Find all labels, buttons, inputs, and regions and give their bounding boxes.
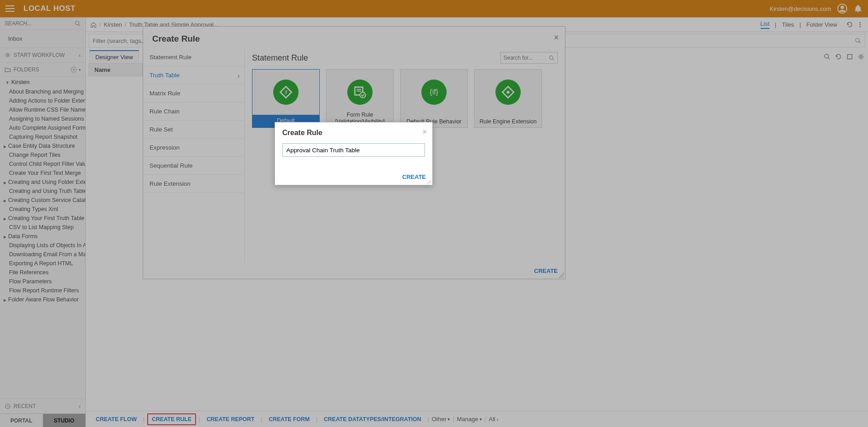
create-datatypes-button[interactable]: CREATE DATATYPES/INTEGRATION bbox=[320, 414, 425, 424]
if-diamond-icon: if bbox=[273, 80, 299, 105]
resize-handle[interactable] bbox=[559, 272, 564, 278]
rule-search[interactable] bbox=[500, 52, 558, 64]
user-icon[interactable] bbox=[837, 4, 847, 14]
search-icon[interactable] bbox=[824, 53, 831, 60]
rule-category-item[interactable]: Rule Set bbox=[143, 121, 244, 139]
tree-item[interactable]: Adding Actions to Folder Extens bbox=[9, 96, 85, 105]
rule-category-item[interactable]: Truth Table bbox=[143, 66, 244, 84]
rule-category-item[interactable]: Rule Chain bbox=[143, 103, 244, 121]
tree-item[interactable]: Capturing Report Snapshot bbox=[9, 132, 85, 141]
rule-tile-grid: ifDefaultForm Rule [Validation/Visibilit… bbox=[252, 69, 558, 128]
user-label[interactable]: Kirsten@decisions.com bbox=[770, 5, 831, 12]
view-tiles[interactable]: Tiles bbox=[782, 21, 794, 28]
rule-category-item[interactable]: Sequential Rule bbox=[143, 157, 244, 175]
svg-point-11 bbox=[859, 26, 861, 28]
tree-item[interactable]: Creating Custom Service Catalo bbox=[4, 196, 85, 205]
panel-title: Create Rule × bbox=[143, 27, 565, 48]
tree-item[interactable]: Displaying Lists of Objects In A I bbox=[9, 241, 85, 250]
svg-point-2 bbox=[75, 21, 79, 25]
tree-item[interactable]: CSV to List Mapping Step bbox=[9, 223, 85, 232]
tree-item[interactable]: Data Forms bbox=[4, 232, 85, 241]
add-folder-icon[interactable] bbox=[70, 66, 77, 73]
tree-item[interactable]: Creating Types Xml bbox=[9, 205, 85, 214]
sidebar-inbox[interactable]: Inbox bbox=[0, 30, 85, 48]
rule-tile[interactable]: Form Rule [Validation/Visibility] bbox=[326, 69, 394, 128]
svg-point-26 bbox=[507, 91, 509, 94]
manage-dropdown[interactable]: Manage ▾ bbox=[457, 416, 482, 422]
tree-item[interactable]: Folder Aware Flow Behavior bbox=[4, 295, 85, 304]
rule-category-item[interactable]: Statement Rule bbox=[143, 48, 244, 66]
tree-item[interactable]: Create Your First Text Merge bbox=[9, 169, 85, 178]
tree-item[interactable]: File References bbox=[9, 268, 85, 277]
rule-search-input[interactable] bbox=[504, 55, 549, 61]
view-list[interactable]: List bbox=[761, 20, 770, 29]
tree-item[interactable]: Creating and Using Truth Tables bbox=[9, 187, 85, 196]
folders-label: FOLDERS bbox=[14, 66, 39, 73]
expand-icon[interactable] bbox=[846, 53, 853, 60]
modal-create-button[interactable]: CREATE bbox=[402, 174, 426, 180]
start-workflow-label: START WORKFLOW bbox=[14, 52, 65, 58]
tree-item[interactable]: Control Child Report Filter Value bbox=[9, 160, 85, 169]
tree-item[interactable]: Exporting A Report HTML bbox=[9, 259, 85, 268]
recent-section[interactable]: RECENT ‹ bbox=[0, 399, 85, 413]
column-header-name[interactable]: Name bbox=[89, 63, 143, 76]
sidebar-search-input[interactable] bbox=[5, 20, 75, 27]
rule-name-input[interactable] bbox=[282, 143, 425, 157]
chevron-down-icon[interactable]: ▾ bbox=[79, 67, 81, 72]
rule-tile[interactable]: {if}Default Rule Behavior bbox=[400, 69, 468, 128]
view-switcher: List | Tiles | Folder View bbox=[761, 20, 863, 29]
tree-item[interactable]: Creating Your First Truth Table bbox=[4, 214, 85, 223]
more-icon[interactable] bbox=[857, 21, 863, 28]
rule-category-item[interactable]: Expression bbox=[143, 139, 244, 157]
all-link[interactable]: All › bbox=[489, 416, 498, 422]
refresh-icon[interactable] bbox=[835, 53, 842, 60]
create-flow-button[interactable]: CREATE FLOW bbox=[92, 414, 140, 424]
rule-category-item[interactable]: Rule Extension bbox=[143, 175, 244, 193]
close-icon[interactable]: × bbox=[423, 128, 427, 136]
svg-point-14 bbox=[825, 54, 829, 58]
diamond-dot-icon bbox=[495, 80, 521, 105]
tab-portal[interactable]: PORTAL bbox=[0, 414, 43, 427]
tree-item[interactable]: Flow Parameters bbox=[9, 277, 85, 286]
chevron-left-icon[interactable]: ‹ bbox=[79, 403, 81, 410]
resize-handle[interactable] bbox=[427, 179, 431, 184]
bell-icon[interactable] bbox=[854, 4, 863, 13]
panel-create-button[interactable]: CREATE bbox=[534, 267, 558, 274]
menu-icon[interactable] bbox=[5, 5, 14, 12]
start-workflow-section[interactable]: START WORKFLOW ‹ bbox=[0, 48, 85, 63]
tree-item[interactable]: Assigning to Named Sessions bbox=[9, 114, 85, 123]
tree-item[interactable]: Creating and Using Folder Exten bbox=[4, 178, 85, 187]
rule-category-item[interactable]: Matrix Rule bbox=[143, 84, 244, 103]
create-rule-button[interactable]: CREATE RULE bbox=[147, 413, 196, 425]
svg-line-15 bbox=[828, 57, 830, 59]
folders-section[interactable]: FOLDERS ▾ bbox=[0, 63, 85, 77]
create-report-button[interactable]: CREATE REPORT bbox=[203, 414, 258, 424]
chevron-left-icon[interactable]: ‹ bbox=[79, 52, 81, 59]
tree-root[interactable]: Kirsten bbox=[0, 77, 85, 87]
gear-icon[interactable] bbox=[858, 53, 864, 60]
home-icon[interactable] bbox=[90, 22, 97, 28]
tree-item[interactable]: Allow Runtime CSS File Name bbox=[9, 105, 85, 114]
svg-text:{if}: {if} bbox=[430, 88, 439, 96]
crumb-1[interactable]: Kirsten bbox=[104, 21, 122, 28]
svg-line-19 bbox=[552, 59, 554, 60]
view-folder[interactable]: Folder View bbox=[807, 21, 837, 28]
sidebar-search[interactable] bbox=[0, 18, 85, 30]
tab-studio[interactable]: STUDIO bbox=[43, 414, 86, 427]
other-dropdown[interactable]: Other ▾ bbox=[432, 416, 450, 422]
tree-item[interactable]: Downloading Email From a Mail bbox=[9, 250, 85, 259]
tree-item[interactable]: Case Entity Data Structure bbox=[4, 141, 85, 150]
svg-point-12 bbox=[856, 38, 859, 42]
close-icon[interactable]: × bbox=[554, 33, 559, 42]
tree-item[interactable]: Change Report Tiles bbox=[9, 150, 85, 160]
tree-item[interactable]: About Branching and Merging Fi bbox=[9, 87, 85, 96]
bottom-action-bar: CREATE FLOW | CREATE RULE | CREATE REPOR… bbox=[86, 411, 868, 427]
refresh-icon[interactable] bbox=[846, 21, 853, 28]
recent-label: RECENT bbox=[14, 403, 36, 409]
tree-item[interactable]: Auto Complete Assigned Form bbox=[9, 123, 85, 132]
create-form-button[interactable]: CREATE FORM bbox=[265, 414, 313, 424]
rule-tile[interactable]: ifDefault bbox=[252, 69, 320, 128]
designer-view-tab[interactable]: Designer View bbox=[89, 50, 139, 63]
rule-tile[interactable]: Rule Engine Extension bbox=[474, 69, 542, 128]
tree-item[interactable]: Flow Report Runtime Filters bbox=[9, 286, 85, 295]
